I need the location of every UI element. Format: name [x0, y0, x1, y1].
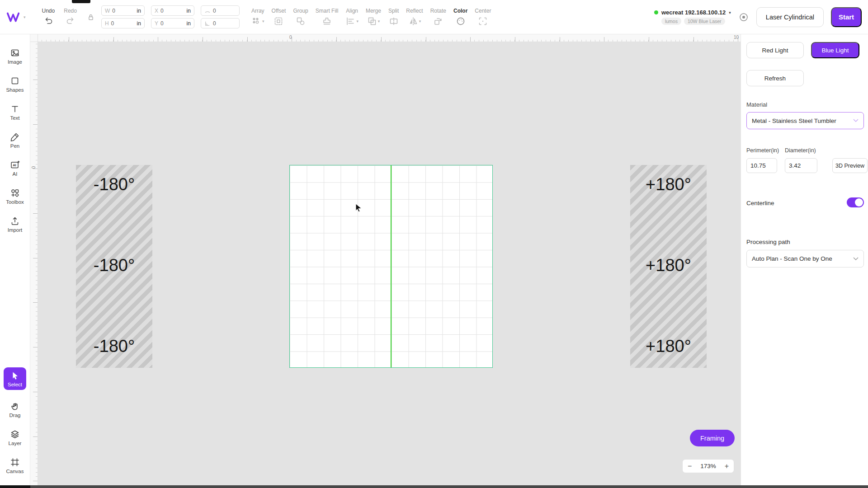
device-chevron-icon: ▾	[729, 10, 731, 15]
framing-button[interactable]: Framing	[690, 430, 735, 446]
centerline-toggle[interactable]	[847, 197, 864, 207]
zoom-out-button[interactable]: −	[688, 463, 692, 470]
wecreat-logo-icon	[6, 11, 21, 23]
chevron-down-icon	[853, 119, 859, 122]
device-status-dot	[654, 10, 658, 14]
height-field[interactable]: H 0 in	[101, 18, 145, 28]
angle-label: -180°	[94, 256, 135, 275]
diameter-input[interactable]	[785, 158, 817, 173]
sidebar-item-import[interactable]: Import	[2, 216, 28, 233]
undo-icon	[43, 16, 53, 26]
align-chevron-icon: ▾	[356, 19, 359, 23]
group-icon	[296, 16, 306, 26]
tool-array[interactable]: Array ▾	[251, 8, 264, 26]
logo-chevron-icon: ▾	[24, 15, 26, 19]
angle-label: +180°	[646, 256, 691, 275]
window-artifact	[72, 0, 90, 3]
laser-cylindrical-button[interactable]: Laser Cylindrical	[756, 7, 824, 27]
start-button[interactable]: Start	[831, 7, 862, 27]
red-light-button[interactable]: Red Light	[746, 42, 804, 58]
tool-offset[interactable]: Offset	[272, 8, 286, 26]
sidebar-label: Pen	[10, 143, 19, 149]
width-value: 0	[112, 8, 134, 14]
bottom-scrollbar-segment	[0, 485, 30, 488]
material-label: Material	[746, 101, 767, 108]
bottom-scrollbar[interactable]	[0, 485, 868, 488]
diameter-label: Diameter(in)	[785, 147, 816, 154]
tool-merge[interactable]: Merge ▾	[366, 8, 381, 26]
perimeter-input[interactable]	[746, 158, 777, 173]
tool-color[interactable]: Color	[453, 8, 467, 26]
sidebar-item-select[interactable]: Select	[4, 367, 26, 390]
device-camera-icon[interactable]	[738, 12, 749, 23]
select-cursor-icon	[10, 371, 20, 380]
smart-fill-icon	[322, 16, 332, 26]
width-unit: in	[137, 8, 141, 14]
tool-reflect[interactable]: Reflect ▾	[406, 8, 423, 26]
x-position-field[interactable]: X 0 in	[151, 5, 194, 16]
undo-button[interactable]: Undo	[42, 8, 55, 26]
sidebar-item-image[interactable]: Image	[2, 48, 28, 65]
rollover-zone-right: +180° +180° +180°	[630, 165, 707, 368]
sidebar-label: Text	[10, 115, 19, 121]
tool-smart-fill[interactable]: Smart Fill	[316, 8, 339, 26]
tool-group[interactable]: Group	[293, 8, 308, 26]
zoom-level[interactable]: 173%	[700, 463, 716, 469]
tool-center[interactable]: Center	[475, 8, 491, 26]
sidebar-item-canvas[interactable]: Canvas	[2, 457, 28, 474]
height-unit: in	[137, 20, 141, 27]
rotation-angle-field[interactable]: 0	[201, 18, 240, 28]
top-toolbar: ▾ Undo Redo W 0 in H 0	[0, 0, 868, 34]
tool-align[interactable]: Align ▾	[345, 8, 359, 26]
array-chevron-icon: ▾	[262, 19, 264, 23]
tool-split[interactable]: Split	[388, 8, 399, 26]
engraving-work-area[interactable]	[289, 165, 493, 368]
sidebar-label: Canvas	[6, 469, 24, 474]
lock-aspect-icon[interactable]	[87, 13, 95, 22]
undo-label: Undo	[42, 8, 55, 14]
refresh-button[interactable]: Refresh	[746, 70, 804, 86]
redo-icon	[66, 16, 75, 26]
redo-button[interactable]: Redo	[64, 8, 77, 26]
arc-icon	[204, 8, 211, 14]
corner-radius-field[interactable]: 0	[201, 5, 240, 16]
zoom-in-button[interactable]: +	[725, 463, 729, 470]
sidebar-label: Layer	[9, 441, 22, 446]
import-icon	[10, 216, 20, 226]
toggle-knob	[855, 198, 863, 206]
angle-label: -180°	[94, 175, 135, 194]
mouse-cursor	[354, 203, 363, 212]
y-position-field[interactable]: Y 0 in	[151, 18, 194, 28]
material-select[interactable]: Metal - Stainless Steel Tumbler	[746, 112, 864, 129]
sidebar-item-pen[interactable]: Pen	[2, 132, 28, 149]
rotate-icon	[433, 16, 443, 26]
sidebar-item-ai[interactable]: AI AI	[2, 160, 28, 177]
device-badge-laser: 10W Blue Laser	[684, 18, 725, 25]
width-field[interactable]: W 0 in	[101, 5, 145, 16]
image-icon	[10, 48, 20, 58]
tool-rotate[interactable]: Rotate	[430, 8, 446, 26]
sidebar-item-layer[interactable]: Layer	[2, 429, 28, 446]
processing-path-select[interactable]: Auto Plan - Scan One by One	[746, 250, 864, 267]
angle-value: 0	[213, 20, 236, 27]
workspace-canvas[interactable]: -180° -180° -180° +180° +180° +180° Fram…	[38, 42, 741, 485]
merge-chevron-icon: ▾	[378, 19, 380, 23]
app-logo[interactable]: ▾	[6, 11, 26, 23]
sidebar-label: Import	[8, 227, 23, 233]
sidebar-label: Drag	[9, 413, 21, 418]
preview-3d-button[interactable]: 3D Preview	[832, 158, 868, 173]
height-label: H	[105, 20, 109, 27]
blue-light-button[interactable]: Blue Light	[811, 42, 859, 58]
horizontal-ruler: 0 10	[38, 34, 741, 42]
height-value: 0	[111, 20, 135, 27]
sidebar-item-shapes[interactable]: Shapes	[2, 76, 28, 93]
vertical-ruler: 0	[30, 42, 38, 485]
arc-value: 0	[213, 8, 236, 14]
shapes-icon	[10, 76, 20, 86]
device-info[interactable]: wecreat 192.168.100.12 ▾ lumos 10W Blue …	[654, 9, 731, 25]
sidebar-label: Select	[8, 382, 22, 387]
toolbox-icon	[10, 188, 20, 198]
sidebar-item-toolbox[interactable]: Toolbox	[2, 188, 28, 205]
sidebar-item-text[interactable]: Text	[2, 104, 28, 121]
sidebar-item-drag[interactable]: Drag	[2, 401, 28, 418]
